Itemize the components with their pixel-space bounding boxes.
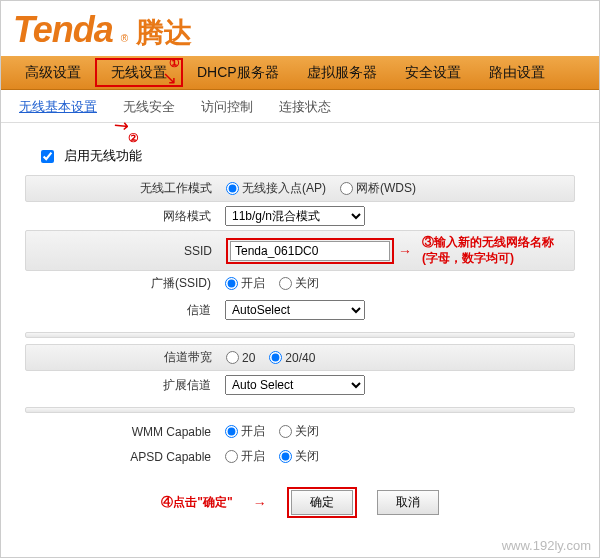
subnav-access[interactable]: 访问控制 (201, 98, 253, 116)
enable-wireless-row: 启用无线功能 (25, 133, 575, 175)
subnav-basic[interactable]: 无线基本设置 (19, 98, 97, 116)
label-wmm: WMM Capable (25, 425, 225, 439)
watermark: www.192ly.com (502, 538, 591, 553)
divider-2 (25, 407, 575, 413)
nav-dhcp[interactable]: DHCP服务器 (183, 56, 293, 89)
radio-bw-20[interactable]: 20 (226, 351, 255, 365)
brand-cn: 腾达 (136, 14, 192, 52)
select-ext-channel[interactable]: Auto Select (225, 375, 365, 395)
cancel-button[interactable]: 取消 (377, 490, 439, 515)
button-row: ④点击"确定" → 确定 取消 (25, 469, 575, 528)
label-channel: 信道 (25, 302, 225, 319)
divider-1 (25, 332, 575, 338)
row-net-mode: 网络模式 11b/g/n混合模式 (25, 202, 575, 230)
content-area: 启用无线功能 无线工作模式 无线接入点(AP) 网桥(WDS) 网络模式 11b… (1, 123, 599, 538)
radio-broadcast-on[interactable]: 开启 (225, 275, 265, 292)
main-nav: 高级设置 无线设置 DHCP服务器 虚拟服务器 安全设置 路由设置 (1, 56, 599, 90)
nav-virtual-server[interactable]: 虚拟服务器 (293, 56, 391, 89)
row-wmm: WMM Capable 开启 关闭 (25, 419, 575, 444)
radio-broadcast-off[interactable]: 关闭 (279, 275, 319, 292)
enable-wireless-checkbox[interactable] (41, 150, 54, 163)
input-ssid[interactable] (230, 241, 390, 261)
ssid-highlight (226, 238, 394, 264)
label-apsd: APSD Capable (25, 450, 225, 464)
label-net-mode: 网络模式 (25, 208, 225, 225)
radio-wmm-off[interactable]: 关闭 (279, 423, 319, 440)
radio-bw-2040[interactable]: 20/40 (269, 351, 315, 365)
radio-ap[interactable]: 无线接入点(AP) (226, 180, 326, 197)
row-ext-channel: 扩展信道 Auto Select (25, 371, 575, 399)
annotation-1-arrow: ↘ (162, 67, 177, 89)
sub-nav: 无线基本设置 无线安全 访问控制 连接状态 (1, 90, 599, 123)
row-channel: 信道 AutoSelect (25, 296, 575, 324)
annotation-4: ④点击"确定" (161, 494, 232, 511)
row-bandwidth: 信道带宽 20 20/40 (25, 344, 575, 371)
logo-area: Tenda ® 腾达 (1, 1, 599, 56)
row-work-mode: 无线工作模式 无线接入点(AP) 网桥(WDS) (25, 175, 575, 202)
enable-wireless-label[interactable]: 启用无线功能 (41, 148, 142, 163)
label-broadcast: 广播(SSID) (25, 275, 225, 292)
label-ssid: SSID (26, 244, 226, 258)
row-apsd: APSD Capable 开启 关闭 (25, 444, 575, 469)
radio-wds[interactable]: 网桥(WDS) (340, 180, 416, 197)
nav-advanced[interactable]: 高级设置 (11, 56, 95, 89)
radio-apsd-on[interactable]: 开启 (225, 448, 265, 465)
label-ext-channel: 扩展信道 (25, 377, 225, 394)
ok-button[interactable]: 确定 (291, 490, 353, 515)
subnav-security[interactable]: 无线安全 (123, 98, 175, 116)
annotation-3-arrow: → (398, 243, 412, 259)
subnav-status[interactable]: 连接状态 (279, 98, 331, 116)
ok-highlight: 确定 (287, 487, 357, 518)
row-broadcast: 广播(SSID) 开启 关闭 (25, 271, 575, 296)
brand-reg: ® (121, 33, 128, 44)
label-bandwidth: 信道带宽 (26, 349, 226, 366)
annotation-3: ③输入新的无线网络名称 (字母，数字均可) (422, 235, 554, 266)
brand-logo: Tenda (13, 9, 113, 51)
radio-apsd-off[interactable]: 关闭 (279, 448, 319, 465)
label-work-mode: 无线工作模式 (26, 180, 226, 197)
nav-security[interactable]: 安全设置 (391, 56, 475, 89)
annotation-4-arrow: → (253, 495, 267, 511)
select-net-mode[interactable]: 11b/g/n混合模式 (225, 206, 365, 226)
row-ssid: SSID → ③输入新的无线网络名称 (字母，数字均可) (25, 230, 575, 271)
annotation-2: ② (128, 131, 139, 145)
nav-routing[interactable]: 路由设置 (475, 56, 559, 89)
select-channel[interactable]: AutoSelect (225, 300, 365, 320)
radio-wmm-on[interactable]: 开启 (225, 423, 265, 440)
